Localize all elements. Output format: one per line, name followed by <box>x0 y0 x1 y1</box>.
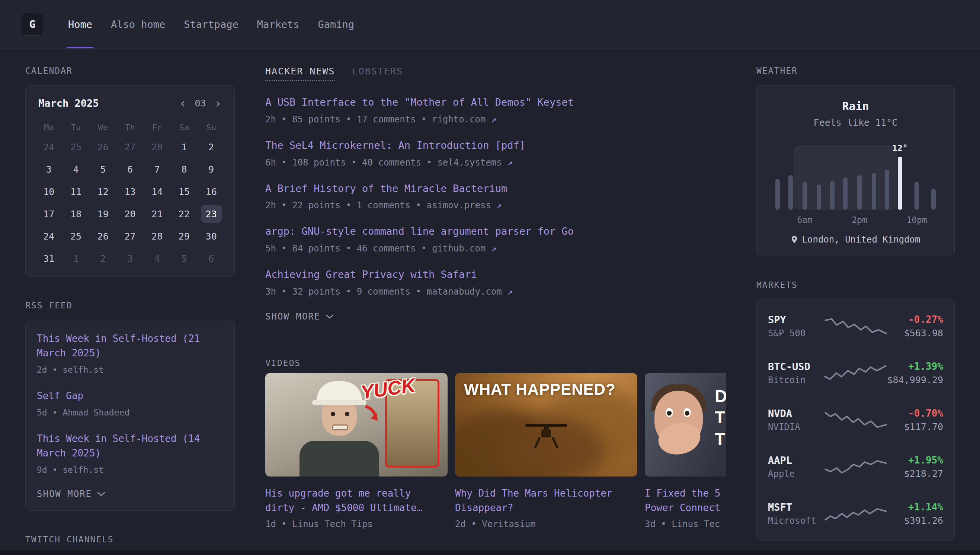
calendar-day[interactable]: 24 <box>35 225 63 247</box>
calendar-day[interactable]: 26 <box>89 225 117 247</box>
calendar-day[interactable]: 29 <box>171 225 198 247</box>
market-row[interactable]: SPYS&P 500-0.27%$563.98 <box>768 303 943 350</box>
calendar-day[interactable]: 6 <box>197 247 225 270</box>
calendar-day[interactable]: 27 <box>117 225 144 247</box>
external-link-icon[interactable]: ↗ <box>502 286 513 297</box>
calendar-weekday: Fr <box>144 120 171 134</box>
calendar-day[interactable]: 18 <box>63 203 90 225</box>
market-price: $563.98 <box>887 328 943 338</box>
calendar-day[interactable]: 14 <box>144 180 171 203</box>
weather-bar <box>788 175 793 210</box>
nav-tab-markets[interactable]: Markets <box>248 0 309 48</box>
market-price-block: +1.39%$84,999.29 <box>887 361 943 385</box>
market-row[interactable]: BTC-USDBitcoin+1.39%$84,999.29 <box>768 350 943 396</box>
calendar-day[interactable]: 25 <box>63 136 90 158</box>
news-item-title[interactable]: The SeL4 Microkernel: An Introduction [p… <box>265 139 726 152</box>
prev-month-icon[interactable]: ‹ <box>179 97 186 109</box>
news-item-title[interactable]: A Brief History of the Miracle Bacterium <box>265 182 726 195</box>
app-logo[interactable]: G <box>21 13 44 36</box>
calendar-day[interactable]: 4 <box>63 158 90 180</box>
rss-item-title[interactable]: This Week in Self-Hosted (21 March 2025) <box>37 332 223 361</box>
external-link-icon[interactable]: ↗ <box>486 114 496 125</box>
calendar-day[interactable]: 20 <box>117 203 144 225</box>
calendar-day[interactable]: 11 <box>63 180 90 203</box>
calendar-day[interactable]: 4 <box>144 247 171 270</box>
calendar-day[interactable]: 25 <box>63 225 90 247</box>
calendar-day[interactable]: 21 <box>144 203 171 225</box>
calendar-day[interactable]: 8 <box>171 158 198 180</box>
calendar-day[interactable]: 28 <box>144 225 171 247</box>
market-name: Microsoft <box>768 516 824 526</box>
calendar-day[interactable]: 12 <box>89 180 117 203</box>
news-item-meta: 2h • 22 points • 1 comments • asimov.pre… <box>265 200 726 211</box>
calendar-day[interactable]: 22 <box>171 203 198 225</box>
market-row[interactable]: AAPLApple+1.95%$218.27 <box>768 443 943 490</box>
news-item: argp: GNU-style command line argument pa… <box>265 225 726 254</box>
tab-lobsters[interactable]: LOBSTERS <box>352 66 403 81</box>
calendar-day[interactable]: 27 <box>117 136 144 158</box>
market-ticker: MSFT <box>768 501 824 513</box>
calendar-day[interactable]: 7 <box>144 158 171 180</box>
video-meta: 3d • Linus Tec <box>645 519 726 529</box>
nav-tab-also-home[interactable]: Also home <box>101 0 175 48</box>
market-price-block: -0.27%$563.98 <box>887 314 943 338</box>
news-show-more-button[interactable]: SHOW MORE <box>265 311 726 322</box>
calendar-day[interactable]: 2 <box>197 136 225 158</box>
tab-hacker-news[interactable]: HACKER NEWS <box>265 66 335 81</box>
video-title[interactable]: His upgrade got me really dirty - AMD $5… <box>265 486 447 515</box>
calendar-day[interactable]: 3 <box>35 158 63 180</box>
video-thumbnail[interactable]: YUCK <box>265 373 447 476</box>
news-item-title[interactable]: argp: GNU-style command line argument pa… <box>265 225 726 238</box>
market-change-percent: -0.70% <box>887 408 943 419</box>
nav-tab-startpage[interactable]: Startpage <box>175 0 247 48</box>
next-month-icon[interactable]: › <box>214 97 222 109</box>
calendar-day[interactable]: 19 <box>89 203 117 225</box>
calendar-day[interactable]: 9 <box>197 158 225 180</box>
calendar-day[interactable]: 13 <box>117 180 144 203</box>
market-ticker: AAPL <box>768 455 824 466</box>
video-title[interactable]: Why Did The Mars Helicopter Disappear? <box>455 486 637 515</box>
rss-item-title[interactable]: Self Gap <box>37 389 223 403</box>
rss-item-title[interactable]: This Week in Self-Hosted (14 March 2025) <box>37 431 223 460</box>
weather-location: London, United Kingdom <box>770 234 942 245</box>
nav-tab-home[interactable]: Home <box>59 0 101 48</box>
external-link-icon[interactable]: ↗ <box>491 200 502 210</box>
market-row[interactable]: NVDANVIDIA-0.70%$117.70 <box>768 396 943 443</box>
calendar-day[interactable]: 1 <box>171 136 198 158</box>
calendar-day[interactable]: 1 <box>63 247 90 270</box>
calendar-day[interactable]: 31 <box>35 247 63 270</box>
location-pin-icon <box>791 236 798 244</box>
external-link-icon[interactable]: ↗ <box>502 157 513 168</box>
calendar-day[interactable]: 26 <box>89 136 117 158</box>
market-row[interactable]: MSFTMicrosoft+1.14%$391.26 <box>768 490 943 537</box>
calendar-day[interactable]: 15 <box>171 180 198 203</box>
calendar-day[interactable]: 3 <box>117 247 144 270</box>
calendar-day[interactable]: 30 <box>197 225 225 247</box>
nav-tab-gaming[interactable]: Gaming <box>308 0 364 48</box>
video-thumbnail[interactable]: DO T T <box>645 373 726 476</box>
calendar-day[interactable]: 23 <box>197 203 225 225</box>
external-link-icon[interactable]: ↗ <box>486 243 496 254</box>
calendar-day[interactable]: 16 <box>197 180 225 203</box>
rss-show-more-button[interactable]: SHOW MORE <box>37 489 223 499</box>
left-column: CALENDAR March 2025 ‹ 03 › MoTuWeThFrSaS… <box>25 66 235 554</box>
video-thumbnail[interactable]: WHAT HAPPENED? <box>455 373 637 476</box>
market-sparkline <box>824 409 887 431</box>
calendar-day[interactable]: 5 <box>89 158 117 180</box>
calendar-day[interactable]: 28 <box>144 136 171 158</box>
news-item-title[interactable]: Achieving Great Privacy with Safari <box>265 268 726 281</box>
markets-list: SPYS&P 500-0.27%$563.98BTC-USDBitcoin+1.… <box>756 300 955 541</box>
news-item-title[interactable]: A USB Interface to the "Mother of All De… <box>265 96 726 109</box>
calendar-day[interactable]: 17 <box>35 203 63 225</box>
calendar-day[interactable]: 6 <box>117 158 144 180</box>
calendar-day[interactable]: 10 <box>35 180 63 203</box>
weather-bar <box>872 173 876 210</box>
market-symbol-block: AAPLApple <box>768 455 824 479</box>
calendar-day[interactable]: 24 <box>35 136 63 158</box>
calendar-day-number: 15 <box>174 183 194 201</box>
calendar-day[interactable]: 2 <box>89 247 117 270</box>
sparkline-chart <box>824 316 887 337</box>
video-title[interactable]: I Fixed the 5 Power Connect <box>645 486 726 515</box>
calendar-day[interactable]: 5 <box>171 247 198 270</box>
weather-bar <box>857 175 862 210</box>
